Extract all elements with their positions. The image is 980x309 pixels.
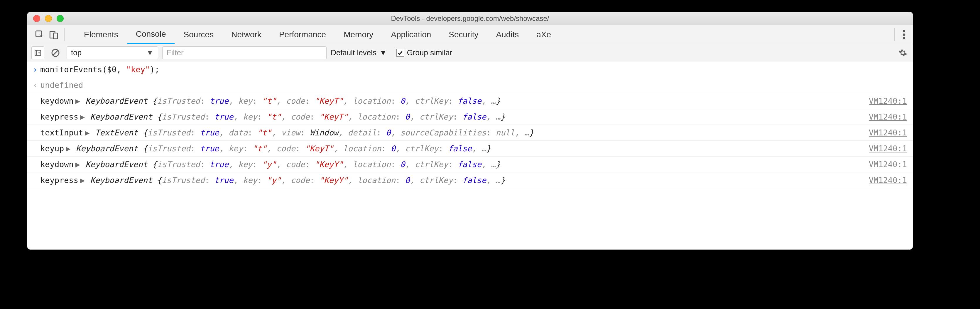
log-body: keyup▶ KeyboardEvent {isTrusted: true, k… [40, 144, 864, 153]
tab-sources[interactable]: Sources [175, 25, 223, 44]
svg-line-8 [53, 51, 58, 55]
divider [894, 28, 895, 41]
tab-audits[interactable]: Audits [487, 25, 528, 44]
svg-point-5 [903, 37, 905, 39]
object-type: KeyboardEvent [91, 176, 157, 185]
source-link[interactable]: VM1240:1 [869, 144, 907, 153]
console-log-row: keydown▶ KeyboardEvent {isTrusted: true,… [27, 157, 913, 173]
inspect-element-icon[interactable] [33, 27, 47, 42]
source-link[interactable]: VM1240:1 [869, 96, 907, 106]
titlebar: DevTools - developers.google.com/web/sho… [27, 12, 913, 25]
minimize-window-button[interactable] [45, 15, 52, 22]
object-type: KeyboardEvent [76, 144, 143, 153]
event-name: textInput [40, 128, 83, 137]
chevron-down-icon: ▼ [379, 48, 387, 57]
console-log-row: keypress▶ KeyboardEvent {isTrusted: true… [27, 109, 913, 125]
source-link[interactable]: VM1240:1 [869, 128, 907, 137]
console-input-row[interactable]: › monitorEvents($0, "key"); [27, 61, 913, 77]
svg-point-4 [903, 34, 905, 36]
divider [64, 28, 65, 41]
source-link[interactable]: VM1240:1 [869, 160, 907, 169]
tab-axe[interactable]: aXe [528, 25, 560, 44]
device-toolbar-icon[interactable] [47, 27, 61, 42]
tab-application[interactable]: Application [382, 25, 440, 44]
log-body: keypress▶ KeyboardEvent {isTrusted: true… [40, 112, 864, 121]
chevron-down-icon: ▼ [146, 48, 154, 57]
object-type: TextEvent [95, 128, 143, 137]
event-name: keydown [40, 96, 74, 106]
svg-rect-2 [53, 33, 57, 39]
console-input-text: monitorEvents($0, "key"); [40, 65, 907, 74]
tab-performance[interactable]: Performance [270, 25, 335, 44]
group-similar-label: Group similar [407, 48, 452, 57]
show-console-sidebar-icon[interactable] [32, 46, 44, 59]
tab-security[interactable]: Security [440, 25, 487, 44]
devtools-window: DevTools - developers.google.com/web/sho… [27, 12, 913, 250]
group-similar-toggle[interactable]: Group similar [391, 48, 452, 57]
object-type: KeyboardEvent [91, 112, 157, 121]
event-name: keypress [40, 112, 78, 121]
console-result-row: ‹ undefined [27, 77, 913, 93]
clear-console-icon[interactable] [48, 46, 62, 60]
console-log-row: keydown▶ KeyboardEvent {isTrusted: true,… [27, 93, 913, 109]
log-body: textInput▶ TextEvent {isTrusted: true, d… [40, 128, 864, 137]
console-log-row: keyup▶ KeyboardEvent {isTrusted: true, k… [27, 141, 913, 157]
filter-input[interactable] [162, 46, 326, 59]
object-type: KeyboardEvent [85, 160, 152, 169]
console-settings-icon[interactable] [897, 47, 909, 59]
console-toolbar: top ▼ Default levels ▼ Group similar [27, 44, 913, 61]
expand-object-icon[interactable]: ▶ [85, 128, 89, 137]
context-selector[interactable]: top ▼ [67, 46, 158, 59]
result-icon: ‹ [30, 80, 40, 90]
zoom-window-button[interactable] [57, 15, 64, 22]
event-name: keypress [40, 176, 78, 185]
object-type: KeyboardEvent [85, 96, 152, 106]
event-name: keydown [40, 160, 74, 169]
log-levels-label: Default levels [331, 48, 377, 57]
log-levels-selector[interactable]: Default levels ▼ [331, 48, 387, 57]
expand-object-icon[interactable]: ▶ [75, 96, 80, 106]
prompt-icon: › [30, 65, 40, 74]
checkbox-checked-icon [396, 49, 404, 57]
expand-object-icon[interactable]: ▶ [80, 112, 85, 121]
log-body: keydown▶ KeyboardEvent {isTrusted: true,… [40, 96, 864, 106]
context-selector-value: top [71, 48, 81, 57]
more-menu-icon[interactable] [898, 30, 910, 40]
console-output: › monitorEvents($0, "key"); ‹ undefined … [27, 61, 913, 188]
console-log-row: keypress▶ KeyboardEvent {isTrusted: true… [27, 173, 913, 188]
window-controls [27, 15, 64, 22]
console-result-text: undefined [40, 80, 83, 90]
event-name: keyup [40, 144, 64, 153]
expand-object-icon[interactable]: ▶ [75, 160, 80, 169]
console-log-row: textInput▶ TextEvent {isTrusted: true, d… [27, 125, 913, 141]
source-link[interactable]: VM1240:1 [869, 112, 907, 121]
panel-tabs: ElementsConsoleSourcesNetworkPerformance… [75, 25, 560, 44]
window-title: DevTools - developers.google.com/web/sho… [27, 14, 913, 22]
svg-point-3 [903, 30, 905, 32]
close-window-button[interactable] [33, 15, 40, 22]
tab-elements[interactable]: Elements [75, 25, 127, 44]
tab-memory[interactable]: Memory [335, 25, 382, 44]
expand-object-icon[interactable]: ▶ [80, 176, 85, 185]
tab-network[interactable]: Network [223, 25, 270, 44]
log-body: keydown▶ KeyboardEvent {isTrusted: true,… [40, 160, 864, 169]
expand-object-icon[interactable]: ▶ [66, 144, 70, 153]
tab-console[interactable]: Console [127, 25, 175, 44]
log-body: keypress▶ KeyboardEvent {isTrusted: true… [40, 176, 864, 185]
main-toolbar: ElementsConsoleSourcesNetworkPerformance… [27, 25, 913, 44]
source-link[interactable]: VM1240:1 [869, 176, 907, 185]
